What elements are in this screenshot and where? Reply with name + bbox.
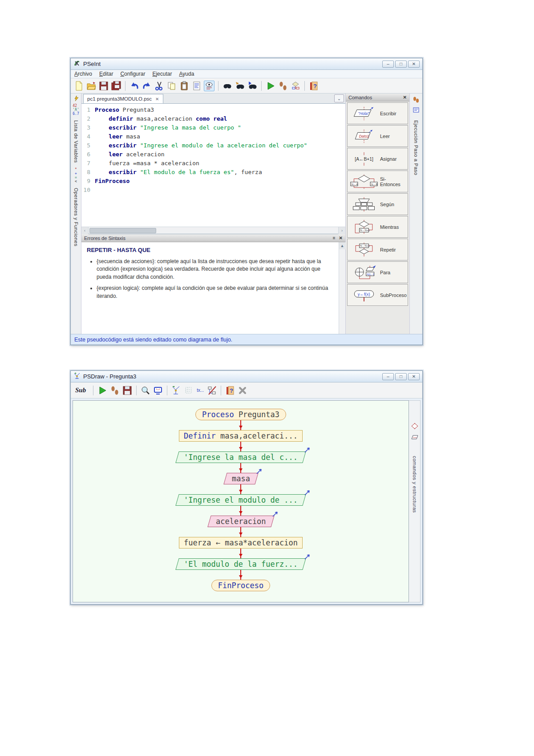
code-editor[interactable]: 1Proceso Pregunta32 definir masa,acelera… bbox=[81, 104, 345, 227]
maximize-button[interactable]: □ bbox=[395, 61, 407, 68]
save-icon[interactable] bbox=[122, 385, 133, 396]
command-subproceso[interactable]: y←f(x)SubProceso bbox=[347, 284, 408, 306]
paste-icon[interactable] bbox=[179, 81, 190, 91]
export-flowchart-icon[interactable] bbox=[290, 81, 301, 91]
repetir-icon: N←N+1 bbox=[349, 243, 379, 257]
run-icon[interactable] bbox=[97, 385, 108, 396]
minimize-button[interactable]: – bbox=[382, 61, 394, 68]
flowchart-view-icon[interactable] bbox=[204, 81, 214, 91]
command-mientras[interactable]: N←N+1Mientras bbox=[347, 216, 408, 238]
toolbar-separator bbox=[167, 386, 167, 395]
psdraw-titlebar[interactable]: PSDraw - Pregunta3 –□✕ bbox=[71, 371, 422, 382]
flow-node-pill[interactable]: FinProceso bbox=[211, 580, 270, 591]
command-si-entonces[interactable]: N←AN←BSi-Entonces bbox=[347, 171, 408, 192]
commands-panel: Comandos ✕ "Hola!"EscribirDato1Leer[A←B+… bbox=[346, 93, 410, 334]
menu-editar[interactable]: Editar bbox=[99, 71, 113, 77]
left-dock-rail[interactable]: 42'A'6.7 Lista de Variables *+=< Operado… bbox=[71, 93, 81, 334]
step-execution-panel-tab[interactable]: Ejecución Paso a Paso bbox=[413, 120, 419, 175]
commands-panel-header[interactable]: Comandos ✕ bbox=[346, 93, 409, 102]
scroll-left-icon[interactable]: ‹ bbox=[81, 227, 89, 234]
edit-pen-icon bbox=[272, 511, 279, 519]
source-view-icon[interactable] bbox=[191, 81, 202, 91]
para-pink-shape: masa bbox=[223, 473, 258, 484]
command-para[interactable]: iA[i]←0Para bbox=[347, 261, 408, 283]
collapse-panel-icon[interactable]: ≡ bbox=[333, 236, 336, 240]
search-icon[interactable] bbox=[222, 81, 233, 91]
undo-icon[interactable] bbox=[129, 81, 140, 91]
redo-icon[interactable] bbox=[142, 81, 152, 91]
commands-structures-tab[interactable]: comandos y estructuras bbox=[412, 456, 417, 513]
open-file-icon[interactable] bbox=[86, 81, 97, 91]
copy-icon[interactable] bbox=[166, 81, 177, 91]
cut-icon[interactable] bbox=[154, 81, 165, 91]
grid-icon[interactable] bbox=[183, 385, 194, 396]
help-icon[interactable]: ? bbox=[225, 385, 235, 396]
save-all-icon[interactable] bbox=[111, 81, 121, 91]
subproceso-icon: y←f(x) bbox=[349, 288, 379, 302]
flow-node-rect[interactable]: Definir masa,aceleraci... bbox=[179, 430, 303, 442]
svg-text:"Hola!": "Hola!" bbox=[358, 111, 370, 115]
menu-archivo[interactable]: Archivo bbox=[74, 71, 92, 77]
zoom-icon[interactable] bbox=[140, 385, 151, 396]
flow-node-para-green[interactable]: 'Ingrese el modulo de ... bbox=[177, 494, 304, 506]
code-line: 4 leer masa bbox=[81, 132, 345, 141]
scroll-right-icon[interactable]: › bbox=[338, 227, 345, 234]
edit-flowchart-icon[interactable] bbox=[171, 385, 182, 396]
pseint-titlebar[interactable]: PSeInt –□✕ bbox=[71, 58, 422, 70]
run-icon[interactable] bbox=[265, 81, 276, 91]
tab-pregunta3[interactable]: pc1 pregunta3MODULO.psc ✕ bbox=[83, 94, 163, 103]
menu-ejecutar[interactable]: Ejecutar bbox=[152, 71, 172, 77]
flow-arrow bbox=[240, 420, 241, 430]
editor-horizontal-scrollbar[interactable]: ‹ › bbox=[81, 227, 345, 234]
flow-arrow bbox=[240, 442, 241, 451]
scrollbar-thumb[interactable] bbox=[89, 228, 156, 233]
minimize-button[interactable]: – bbox=[382, 373, 394, 380]
command-repetir[interactable]: N←N+1Repetir bbox=[347, 239, 408, 260]
flow-node-rect[interactable]: fuerza ← masa*aceleracion bbox=[179, 537, 303, 549]
flow-node-para-green[interactable]: 'Ingrese la masa del c... bbox=[177, 451, 304, 463]
status-bar: Este pseudocódigo está siendo editado co… bbox=[71, 334, 422, 345]
close-panel-icon[interactable]: ✕ bbox=[339, 236, 343, 240]
variables-panel-tab[interactable]: Lista de Variables bbox=[73, 120, 79, 163]
arrange-icon[interactable] bbox=[206, 385, 217, 396]
pseint-app-icon bbox=[73, 60, 81, 68]
replace-icon[interactable] bbox=[235, 81, 245, 91]
close-button[interactable]: ✕ bbox=[408, 373, 420, 380]
pseint-window: PSeInt –□✕ ArchivoEditarConfigurarEjecut… bbox=[70, 58, 423, 345]
search-next-icon[interactable] bbox=[247, 81, 258, 91]
command-leer[interactable]: Dato1Leer bbox=[347, 125, 408, 147]
close-button[interactable]: ✕ bbox=[408, 61, 420, 68]
menu-configurar[interactable]: Configurar bbox=[120, 71, 145, 77]
delete-icon[interactable] bbox=[237, 385, 248, 396]
step-run-icon[interactable] bbox=[109, 385, 120, 396]
step-run-icon[interactable] bbox=[278, 81, 288, 91]
command-asignar[interactable]: [A←B+1]Asignar bbox=[347, 148, 408, 170]
errors-help-content: REPETIR - HASTA QUE {secuencia de accion… bbox=[81, 242, 339, 334]
help-icon[interactable]: ? bbox=[308, 81, 319, 91]
errors-panel-header[interactable]: Errores de Sintaxis ≡ ✕ bbox=[81, 234, 345, 242]
line-number: 2 bbox=[81, 114, 95, 123]
tab-close-icon[interactable]: ✕ bbox=[155, 97, 159, 102]
commands-structures-rail[interactable]: Dato comandos y estructuras bbox=[409, 400, 421, 602]
right-dock-rail[interactable]: Ejecución Paso a Paso bbox=[410, 93, 422, 334]
flow-node-pill[interactable]: Proceso Pregunta3 bbox=[195, 409, 286, 420]
flow-node-para-green[interactable]: 'El modulo de la fuerz... bbox=[177, 558, 304, 570]
scroll-up-icon[interactable]: ▲ bbox=[339, 242, 346, 249]
flowchart-canvas[interactable]: Proceso Pregunta3Definir masa,aceleraci.… bbox=[73, 400, 409, 602]
fit-view-icon[interactable] bbox=[153, 385, 163, 396]
text-tool-button[interactable]: tx... bbox=[196, 388, 205, 393]
commands-close-icon[interactable]: ✕ bbox=[403, 95, 407, 100]
menu-ayuda[interactable]: Ayuda bbox=[179, 71, 194, 77]
main-toolbar: ? bbox=[71, 78, 422, 93]
maximize-button[interactable]: □ bbox=[395, 373, 407, 380]
flow-node-para-pink[interactable]: masa bbox=[225, 473, 257, 484]
flow-node-para-pink[interactable]: aceleracion bbox=[209, 516, 273, 527]
save-icon[interactable] bbox=[98, 81, 109, 91]
errors-vertical-scrollbar[interactable]: ▲ bbox=[339, 242, 345, 334]
operators-panel-tab[interactable]: Operadores y Funciones bbox=[73, 188, 79, 246]
command-escribir[interactable]: "Hola!"Escribir bbox=[347, 102, 408, 124]
editor-dropdown-button[interactable]: ⌄ bbox=[334, 94, 344, 102]
subprocess-tool-button[interactable]: Sub bbox=[73, 386, 89, 394]
new-file-icon[interactable] bbox=[73, 81, 84, 91]
command-segun[interactable]: Según bbox=[347, 193, 408, 215]
